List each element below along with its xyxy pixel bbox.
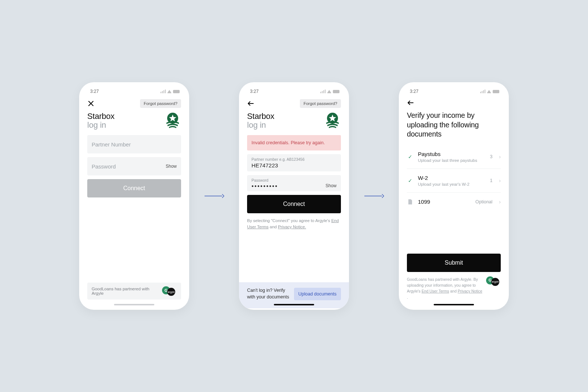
close-icon[interactable] (87, 100, 95, 107)
show-password-toggle[interactable]: Show (323, 183, 337, 188)
forgot-password-link[interactable]: Forgot password? (140, 99, 181, 108)
status-time: 3:27 (250, 89, 258, 94)
status-icons (320, 90, 340, 93)
signal-icon (320, 90, 326, 93)
argyle-logo-icon: argyle (167, 288, 175, 296)
flow-arrow-icon (204, 193, 224, 199)
signal-icon (161, 90, 166, 93)
battery-icon (173, 90, 180, 93)
partner-number-input[interactable] (251, 162, 337, 168)
chevron-right-icon: › (499, 199, 501, 205)
doc-title: 1099 (418, 199, 471, 205)
phone-screen-login-empty: 3:27 Forgot password? Starbox log in (79, 82, 189, 310)
partner-number-field[interactable]: Partner number e.g. AB123456 (247, 154, 341, 171)
wifi-icon (327, 90, 331, 93)
doc-count: 1 (490, 178, 492, 183)
chevron-right-icon: › (499, 178, 501, 184)
doc-item-paystubs[interactable]: ✓ Paystubs Upload your last three paystu… (407, 145, 501, 169)
wifi-icon (487, 90, 491, 93)
show-password-toggle[interactable]: Show (163, 164, 177, 169)
brand-subtitle: log in (247, 120, 274, 130)
brand-subtitle: log in (87, 120, 114, 130)
partner-number-field[interactable] (87, 135, 181, 153)
status-time: 3:27 (410, 89, 418, 94)
status-bar: 3:27 (79, 88, 189, 97)
battery-icon (493, 90, 499, 93)
battery-icon (333, 90, 339, 93)
status-icons (161, 90, 180, 93)
status-bar: 3:27 (239, 88, 349, 97)
forgot-password-link[interactable]: Forgot password? (300, 99, 341, 108)
phone-screen-documents: 3:27 Verify your income by uploading the… (399, 82, 509, 310)
starbox-logo-icon (164, 112, 181, 128)
check-icon: ✓ (408, 178, 412, 184)
error-banner: Invalid credentials. Please try again. (247, 135, 341, 150)
partner-logos: G argyle (162, 286, 177, 296)
password-input[interactable] (92, 163, 163, 170)
doc-title: W-2 (418, 175, 485, 181)
flow-arrow-icon (364, 193, 384, 199)
wifi-icon (167, 90, 172, 93)
end-user-terms-link[interactable]: End User Terms (422, 289, 449, 293)
partner-legal: GoodLoans has partnered with Argyle. By … (407, 276, 501, 300)
partner-footer: GoodLoans has partnered with Argyle G ar… (87, 283, 181, 300)
signal-icon (480, 90, 486, 93)
brand-title: Starbox (87, 112, 114, 121)
brand-title: Starbox (247, 112, 274, 121)
status-bar: 3:27 (399, 88, 509, 97)
back-icon[interactable] (247, 100, 254, 107)
page-title: Verify your income by uploading the foll… (399, 109, 509, 145)
privacy-notice-link[interactable]: Privacy Notice. (278, 225, 306, 229)
starbox-logo-icon (324, 112, 341, 128)
fallback-text: Can't log in? Verify with your documents (247, 287, 290, 300)
partner-logos: G argyle (486, 276, 501, 286)
partner-number-input[interactable] (92, 141, 177, 148)
password-field[interactable]: Password Show (247, 175, 341, 191)
doc-subtitle: Upload your last three paystubs (418, 158, 485, 163)
doc-title: Paystubs (418, 151, 485, 157)
document-icon (408, 199, 412, 204)
partner-footer-text: GoodLoans has partnered with Argyle (92, 287, 162, 295)
status-icons (480, 90, 500, 93)
partner-number-label: Partner number e.g. AB123456 (251, 157, 337, 161)
check-icon: ✓ (408, 154, 412, 160)
home-indicator (274, 304, 314, 305)
password-input[interactable] (251, 184, 323, 188)
submit-button[interactable]: Submit (407, 254, 501, 272)
back-icon[interactable] (407, 99, 414, 106)
privacy-notice-link[interactable]: Privacy Notice (457, 289, 482, 293)
doc-optional-label: Optional (475, 199, 493, 204)
doc-item-1099[interactable]: 1099 Optional › (407, 193, 501, 211)
connect-button[interactable]: Connect (247, 195, 341, 213)
password-label: Password (251, 178, 337, 182)
argyle-logo-icon: argyle (491, 278, 499, 286)
password-field[interactable]: Show (87, 157, 181, 175)
chevron-right-icon: › (499, 154, 501, 160)
home-indicator (114, 304, 154, 305)
doc-count: 3 (490, 154, 492, 159)
home-indicator (434, 304, 474, 305)
legal-text: By selecting "Connect" you agree to Argy… (247, 218, 341, 231)
status-time: 3:27 (90, 89, 99, 94)
phone-screen-login-error: 3:27 Forgot password? Starbox log in Inv… (239, 82, 349, 310)
doc-subtitle: Upload your last year's W-2 (418, 182, 485, 186)
connect-button[interactable]: Connect (87, 179, 181, 197)
upload-documents-button[interactable]: Upload documents (294, 288, 341, 300)
doc-item-w2[interactable]: ✓ W-2 Upload your last year's W-2 1 › (407, 169, 501, 193)
